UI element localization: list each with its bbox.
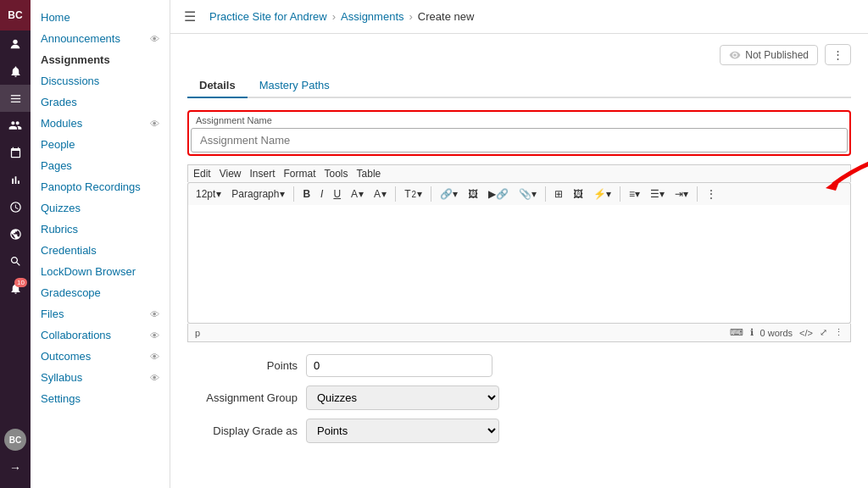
people-rail-icon[interactable]	[0, 112, 31, 139]
rte-align-button[interactable]: ≡▾	[625, 186, 644, 202]
rte-menu-insert[interactable]: Insert	[249, 168, 275, 180]
sidebar-item-collaborations[interactable]: Collaborations 👁	[31, 324, 170, 346]
collaborations-eye-icon: 👁	[150, 330, 159, 341]
rte-image-button[interactable]: 🖼	[464, 186, 482, 202]
sidebar-item-outcomes-label: Outcomes	[41, 350, 91, 363]
sidebar-item-quizzes[interactable]: Quizzes	[31, 197, 170, 219]
sidebar-item-lockdown[interactable]: LockDown Browser	[31, 261, 170, 282]
rte-bold-button[interactable]: B	[298, 186, 314, 202]
rte-embed-button[interactable]: 📎▾	[515, 186, 541, 202]
assignment-group-select[interactable]: Quizzes Assignments Discussions Homework	[306, 385, 499, 410]
rte-keyboard-icon[interactable]: ⌨	[730, 327, 743, 338]
rte-paragraph-arrow: ▾	[280, 188, 285, 200]
sidebar-item-credentials-label: Credentials	[41, 244, 97, 257]
sidebar-item-announcements[interactable]: Announcements 👁	[31, 28, 170, 49]
rte-footer: p ⌨ ℹ 0 words </> ⤢ ⋮	[187, 324, 851, 342]
rte-paragraph-label: Paragraph	[231, 188, 279, 200]
form-fields: Points Assignment Group Quizzes Assignme…	[187, 354, 851, 443]
rte-sep-5	[620, 186, 620, 202]
globe-rail-icon[interactable]	[0, 220, 31, 247]
rte-menu-format[interactable]: Format	[284, 168, 316, 180]
rte-body[interactable]	[187, 205, 851, 324]
rte-fullscreen-icon[interactable]: ⤢	[820, 327, 827, 338]
app-logo[interactable]: BC	[0, 0, 31, 30]
sidebar-item-collaborations-label: Collaborations	[41, 329, 111, 341]
announcements-eye-icon: 👁	[150, 34, 159, 44]
sidebar-item-settings-label: Settings	[41, 392, 81, 405]
rte-flash-button[interactable]: ⚡▾	[589, 186, 615, 202]
sidebar-item-grades[interactable]: Grades	[31, 92, 170, 113]
sidebar-item-home[interactable]: Home	[31, 7, 170, 28]
tab-details[interactable]: Details	[187, 74, 248, 98]
sidebar-item-modules[interactable]: Modules 👁	[31, 113, 170, 134]
rte-font-size-arrow: ▾	[216, 188, 221, 200]
rte-menu-edit[interactable]: Edit	[193, 168, 211, 180]
sidebar: Home Announcements 👁 Assignments Discuss…	[31, 0, 170, 488]
more-options-button[interactable]: ⋮	[825, 44, 851, 65]
rte-superscript-button[interactable]: T2▾	[400, 186, 426, 202]
rte-text-color-button[interactable]: A ▾	[347, 186, 368, 202]
rte-info-icon[interactable]: ℹ	[750, 327, 754, 338]
forward-arrow-icon[interactable]: →	[0, 454, 31, 481]
display-grade-select[interactable]: Points Percentage Complete/Incomplete Le…	[306, 419, 499, 443]
calendar-rail-icon[interactable]	[0, 139, 31, 166]
user-rail-icon[interactable]	[0, 30, 31, 58]
sidebar-item-pages[interactable]: Pages	[31, 155, 170, 176]
bell-rail-icon[interactable]	[0, 58, 31, 85]
points-input[interactable]	[306, 354, 492, 377]
not-published-label: Not Published	[745, 49, 809, 61]
user-avatar[interactable]: BC	[4, 429, 26, 451]
publish-bar: Not Published ⋮	[187, 44, 851, 65]
clock-rail-icon[interactable]	[0, 193, 31, 220]
list-rail-icon[interactable]	[0, 85, 31, 112]
rte-more-button[interactable]: ⋮	[702, 186, 721, 202]
rte-paragraph[interactable]: Paragraph ▾	[227, 186, 289, 202]
rte-code-icon[interactable]: </>	[799, 328, 813, 338]
rte-icon-button[interactable]: 🖼	[569, 186, 587, 202]
rte-italic-button[interactable]: I	[316, 186, 327, 202]
rte-menubar: Edit View Insert Format Tools Table	[187, 164, 851, 182]
sidebar-item-credentials[interactable]: Credentials	[31, 240, 170, 261]
sidebar-item-rubrics[interactable]: Rubrics	[31, 219, 170, 240]
tab-mastery-paths[interactable]: Mastery Paths	[248, 74, 342, 98]
rte-more-footer-icon[interactable]: ⋮	[834, 327, 843, 338]
sidebar-item-discussions[interactable]: Discussions	[31, 70, 170, 92]
notification-badge-icon[interactable]: 10	[0, 274, 31, 302]
rte-table-button[interactable]: ⊞	[550, 186, 567, 202]
breadcrumb-sep-2: ›	[409, 10, 413, 23]
topbar: ☰ Practice Site for Andrew › Assignments…	[170, 0, 868, 34]
sidebar-item-outcomes[interactable]: Outcomes 👁	[31, 346, 170, 367]
sidebar-item-settings[interactable]: Settings	[31, 388, 170, 409]
breadcrumb-section[interactable]: Assignments	[341, 10, 403, 23]
not-published-button[interactable]: Not Published	[720, 45, 818, 65]
sidebar-item-files[interactable]: Files 👁	[31, 303, 170, 324]
sidebar-item-people[interactable]: People	[31, 134, 170, 155]
rte-media-button[interactable]: ▶🔗	[484, 186, 513, 202]
breadcrumb-site[interactable]: Practice Site for Andrew	[209, 10, 327, 23]
sidebar-item-panopto[interactable]: Panopto Recordings	[31, 176, 170, 197]
search-rail-icon[interactable]	[0, 247, 31, 274]
rte-indent-button[interactable]: ⇥▾	[670, 186, 693, 202]
breadcrumb-current: Create new	[418, 10, 474, 23]
assignment-name-input[interactable]	[191, 128, 848, 152]
sidebar-item-modules-label: Modules	[41, 117, 82, 130]
rte-underline-button[interactable]: U	[329, 186, 345, 202]
chart-rail-icon[interactable]	[0, 166, 31, 193]
files-eye-icon: 👁	[150, 309, 159, 319]
rte-font-size[interactable]: 12pt ▾	[192, 186, 225, 202]
sidebar-item-assignments[interactable]: Assignments	[31, 49, 170, 70]
hamburger-icon[interactable]: ☰	[184, 8, 196, 25]
rte-highlight-button[interactable]: A ▾	[370, 186, 391, 202]
sidebar-item-gradescope[interactable]: Gradescope	[31, 282, 170, 303]
rte-list-button[interactable]: ☰▾	[646, 186, 669, 202]
rte-menu-view[interactable]: View	[220, 168, 242, 180]
sidebar-item-pages-label: Pages	[41, 159, 72, 172]
rte-menu-table[interactable]: Table	[357, 168, 381, 180]
content-area: Not Published ⋮ Details Mastery Paths As…	[170, 34, 868, 488]
svg-point-0	[13, 40, 17, 44]
sidebar-item-gradescope-label: Gradescope	[41, 286, 101, 299]
rte-link-button[interactable]: 🔗▾	[436, 186, 462, 202]
rte-toolbar: 12pt ▾ Paragraph ▾ B I U A ▾ A ▾	[187, 182, 851, 205]
sidebar-item-syllabus[interactable]: Syllabus 👁	[31, 367, 170, 388]
rte-menu-tools[interactable]: Tools	[325, 168, 348, 180]
